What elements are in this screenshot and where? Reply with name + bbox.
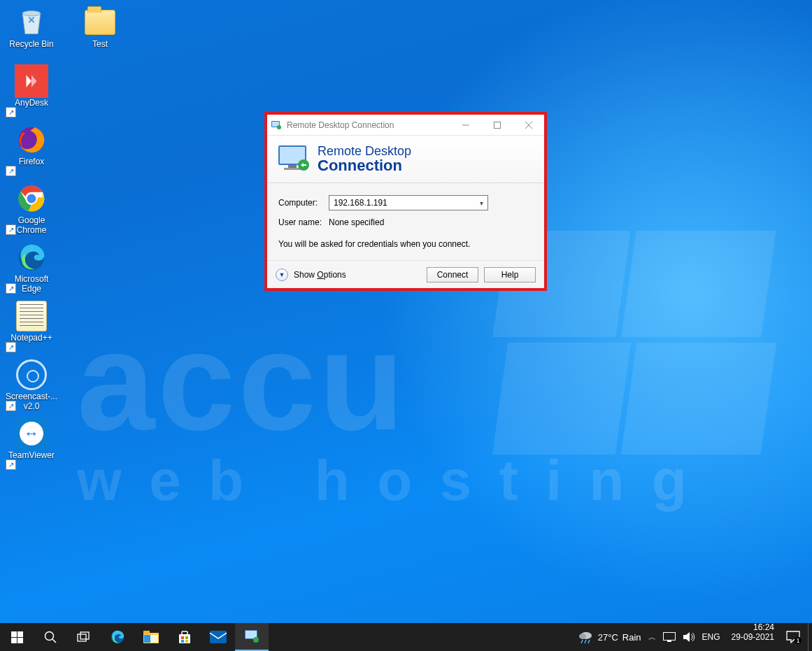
edge-icon — [16, 242, 47, 273]
svg-rect-30 — [144, 635, 150, 643]
volume-icon[interactable] — [683, 631, 695, 643]
taskbar-file-explorer[interactable] — [134, 623, 168, 651]
connect-button[interactable]: Connect — [427, 267, 478, 282]
desktop[interactable]: accu web hosting Recycle Bin Test — [0, 0, 812, 651]
taskbar-rdp[interactable] — [235, 623, 269, 651]
display-icon[interactable] — [663, 632, 676, 642]
taskbar-weather[interactable]: 27°C Rain — [578, 623, 641, 651]
input-language[interactable]: ENG — [702, 632, 720, 642]
clock-time: 16:24 — [753, 623, 774, 633]
maximize-button[interactable] — [481, 115, 513, 136]
desktop-icon-label: Notepad++ — [10, 334, 52, 343]
rdp-heading-1: Remote Desktop — [318, 145, 411, 158]
svg-point-8 — [277, 125, 281, 129]
record-icon — [16, 359, 47, 390]
desktop-icon-teamviewer[interactable]: TeamViewer — [4, 417, 59, 471]
desktop-icon-edge[interactable]: Microsoft Edge — [4, 241, 59, 295]
svg-rect-34 — [185, 636, 188, 639]
desktop-icon-recycle-bin[interactable]: Recycle Bin — [4, 6, 59, 60]
desktop-icon-chrome[interactable]: Google Chrome — [4, 182, 59, 236]
anydesk-icon — [15, 64, 48, 98]
svg-rect-36 — [185, 640, 188, 643]
svg-rect-31 — [179, 634, 190, 643]
svg-rect-18 — [11, 631, 17, 637]
recycle-bin-icon — [16, 7, 47, 38]
minimize-button[interactable] — [450, 115, 481, 136]
computer-combobox[interactable]: 192.168.1.191 ▾ — [329, 195, 488, 210]
svg-point-40 — [253, 637, 259, 643]
expand-options-icon[interactable]: ▼ — [276, 269, 288, 281]
desktop-icon-label: Microsoft Edge — [4, 275, 59, 294]
teamviewer-icon — [15, 417, 48, 450]
svg-rect-20 — [11, 638, 17, 643]
rain-icon — [578, 630, 594, 644]
desktop-icon-test-folder[interactable]: Test — [73, 6, 127, 60]
taskbar[interactable]: 27°C Rain ︿ ENG 16:24 29-09-2021 1 — [0, 623, 812, 651]
computer-label: Computer: — [278, 198, 329, 208]
clock-date: 29-09-2021 — [732, 633, 774, 643]
search-button[interactable] — [34, 623, 67, 651]
notepadpp-icon — [16, 301, 47, 331]
tray-overflow-button[interactable]: ︿ — [648, 632, 656, 643]
taskbar-clock[interactable]: 16:24 29-09-2021 — [727, 623, 778, 651]
svg-rect-10 — [494, 122, 500, 128]
svg-point-0 — [22, 11, 41, 16]
svg-rect-28 — [143, 631, 150, 634]
close-button[interactable] — [513, 115, 544, 136]
credentials-hint: You will be asked for credentials when y… — [278, 232, 533, 260]
chevron-down-icon: ▾ — [480, 199, 483, 207]
svg-line-44 — [585, 640, 586, 643]
username-value: None specified — [329, 217, 384, 227]
svg-rect-33 — [181, 636, 184, 639]
action-center-button[interactable]: 1 — [778, 623, 808, 651]
svg-rect-24 — [78, 634, 86, 641]
svg-point-22 — [45, 632, 54, 641]
svg-rect-32 — [182, 631, 187, 635]
svg-rect-19 — [17, 631, 23, 637]
taskbar-microsoft-store[interactable] — [168, 623, 201, 651]
weather-condition: Rain — [622, 632, 641, 643]
help-button[interactable]: Help — [484, 267, 536, 282]
username-label: User name: — [278, 217, 329, 227]
desktop-icon-label: Recycle Bin — [9, 40, 53, 50]
window-titlebar[interactable]: Remote Desktop Connection — [267, 115, 544, 136]
desktop-icon-screencast[interactable]: Screencast-... v2.0 — [4, 358, 59, 413]
desktop-icon-label: Google Chrome — [4, 216, 59, 236]
desktop-icon-anydesk[interactable]: AnyDesk — [4, 64, 59, 119]
show-desktop-button[interactable] — [808, 623, 812, 651]
desktop-icon-firefox[interactable]: Firefox — [4, 123, 59, 178]
rdp-window[interactable]: Remote Desktop Connection Remote Desktop… — [264, 112, 547, 291]
desktop-icon-label: Screencast-... v2.0 — [4, 392, 59, 412]
svg-point-42 — [579, 634, 586, 639]
weather-temp: 27°C — [598, 632, 618, 643]
monitor-icon — [277, 144, 311, 175]
desktop-icon-label: Firefox — [19, 157, 45, 167]
svg-rect-37 — [210, 631, 227, 643]
rdp-app-icon — [267, 120, 285, 131]
svg-rect-35 — [181, 640, 184, 643]
show-options-link[interactable]: Show Options — [294, 270, 346, 280]
svg-line-23 — [52, 639, 56, 643]
chrome-icon — [16, 183, 47, 214]
window-title: Remote Desktop Connection — [285, 120, 450, 130]
svg-line-43 — [581, 640, 583, 643]
svg-line-45 — [588, 640, 590, 643]
svg-rect-25 — [80, 632, 89, 639]
desktop-icon-label: TeamViewer — [8, 451, 55, 461]
desktop-icon-label: Test — [92, 40, 108, 50]
svg-rect-16 — [284, 168, 301, 170]
rdp-banner: Remote Desktop Connection — [267, 136, 544, 183]
task-view-button[interactable] — [67, 623, 101, 651]
desktop-icon-notepadpp[interactable]: Notepad++ — [4, 299, 59, 354]
firefox-icon — [16, 124, 47, 155]
start-button[interactable] — [0, 623, 34, 651]
watermark-tagline: web hosting — [77, 448, 714, 513]
taskbar-mail[interactable] — [201, 623, 235, 651]
taskbar-edge[interactable] — [101, 623, 134, 651]
rdp-heading-2: Connection — [318, 157, 411, 173]
svg-rect-21 — [17, 638, 23, 643]
computer-value: 192.168.1.191 — [334, 198, 387, 208]
svg-rect-46 — [663, 633, 675, 641]
svg-rect-47 — [667, 641, 671, 642]
folder-icon — [85, 10, 115, 35]
